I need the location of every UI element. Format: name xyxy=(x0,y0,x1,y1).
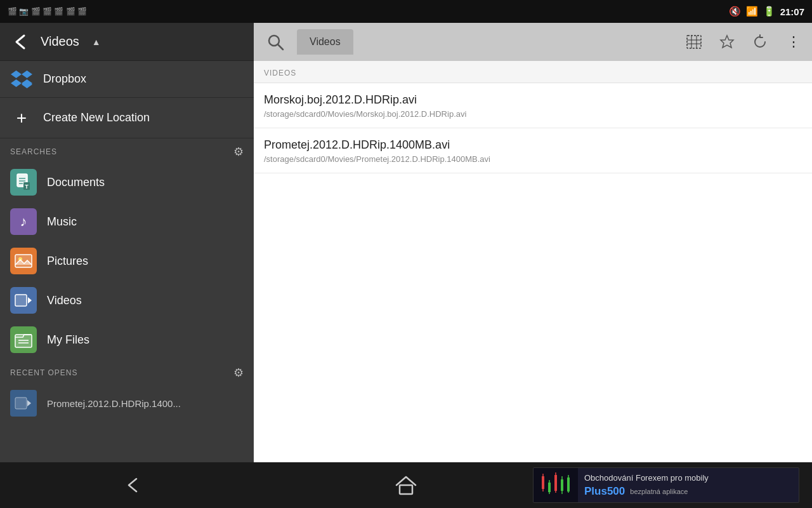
svg-text:T: T xyxy=(25,184,29,190)
sidebar: Videos ▲ Dropbox + Create New Location xyxy=(0,23,254,462)
svg-marker-1 xyxy=(22,70,32,78)
myfiles-icon xyxy=(10,326,37,353)
svg-rect-19 xyxy=(15,398,27,409)
ad-chart-image xyxy=(534,467,578,503)
svg-rect-14 xyxy=(15,295,27,306)
svg-rect-23 xyxy=(687,36,701,48)
video-item-morskoj[interactable]: Morskoj.boj.2012.D.HDRip.avi /storage/sd… xyxy=(254,83,812,128)
ad-brand: Plus500 xyxy=(584,485,625,498)
right-panel: Videos xyxy=(254,23,812,462)
dropbox-icon xyxy=(10,68,33,91)
svg-marker-20 xyxy=(27,400,31,406)
svg-rect-12 xyxy=(15,255,32,267)
recent-opens-label: RECENT OPENS xyxy=(10,368,77,377)
video-title-prometej: Prometej.2012.D.HDRip.1400MB.avi xyxy=(264,138,802,152)
music-icon: ♪ xyxy=(10,208,37,235)
music-label: Music xyxy=(47,215,77,229)
videos-icon xyxy=(10,287,37,314)
search-button[interactable] xyxy=(259,25,292,58)
sidebar-item-myfiles[interactable]: My Files xyxy=(0,320,254,359)
video-item-prometej[interactable]: Prometej.2012.D.HDRip.1400MB.avi /storag… xyxy=(254,128,812,173)
sidebar-toolbar: Videos ▲ xyxy=(0,23,254,61)
documents-icon: T xyxy=(10,169,37,196)
wifi-icon: 📶 xyxy=(746,6,758,17)
sidebar-title: Videos xyxy=(41,34,79,49)
dropbox-label: Dropbox xyxy=(43,72,86,86)
pictures-label: Pictures xyxy=(47,255,88,268)
back-button[interactable] xyxy=(10,32,30,52)
sidebar-item-documents[interactable]: T Documents xyxy=(0,163,254,202)
documents-label: Documents xyxy=(47,176,105,189)
recent-opens-gear-icon[interactable]: ⚙ xyxy=(233,366,244,380)
right-toolbar: Videos xyxy=(254,23,812,61)
sidebar-item-pictures[interactable]: Pictures xyxy=(0,241,254,281)
collapse-arrow-icon: ▲ xyxy=(92,37,101,47)
list-view-button[interactable] xyxy=(680,28,708,56)
video-title-morskoj: Morskoj.boj.2012.D.HDRip.avi xyxy=(264,93,802,107)
searches-section-header: SEARCHES ⚙ xyxy=(0,138,254,163)
videos-label: Videos xyxy=(47,294,82,307)
clock: 21:07 xyxy=(780,6,804,17)
create-new-location-item[interactable]: + Create New Location xyxy=(0,98,254,138)
video-path-prometej: /storage/sdcard0/Movies/Prometej.2012.D.… xyxy=(264,154,802,164)
favorites-button[interactable] xyxy=(713,28,741,56)
status-bar-right: 🔇 📶 🔋 21:07 xyxy=(729,6,804,17)
create-new-location-label: Create New Location xyxy=(43,111,150,124)
pictures-icon xyxy=(10,248,37,274)
ad-sub: bezplatná aplikace xyxy=(630,488,688,495)
refresh-button[interactable] xyxy=(746,28,774,56)
bottom-bar: Obchodování Forexem pro mobily Plus500 b… xyxy=(0,462,812,508)
videos-tab[interactable]: Videos xyxy=(297,29,353,55)
ad-banner[interactable]: Obchodování Forexem pro mobily Plus500 b… xyxy=(533,467,799,503)
videos-section-heading: VIDEOS xyxy=(254,61,812,83)
sidebar-item-videos[interactable]: Videos xyxy=(0,281,254,320)
svg-marker-28 xyxy=(721,36,733,48)
ad-title: Obchodování Forexem pro mobily xyxy=(584,472,792,484)
plus-icon: + xyxy=(10,108,33,128)
svg-marker-2 xyxy=(11,79,22,87)
recent-item-label: Prometej.2012.D.HDRip.1400... xyxy=(47,398,181,409)
recent-file-icon xyxy=(10,390,37,417)
home-nav-button[interactable] xyxy=(381,466,431,504)
svg-marker-4 xyxy=(22,81,32,88)
svg-marker-0 xyxy=(11,70,22,78)
ad-text-area: Obchodování Forexem pro mobily Plus500 b… xyxy=(578,470,799,500)
recent-opens-section-header: RECENT OPENS ⚙ xyxy=(0,359,254,384)
sidebar-item-music[interactable]: ♪ Music xyxy=(0,202,254,241)
status-bar: 🎬 📷 🎬 🎬 🎬 🎬 🎬 🔇 📶 🔋 21:07 xyxy=(0,0,812,23)
myfiles-label: My Files xyxy=(47,333,89,347)
searches-label: SEARCHES xyxy=(10,147,57,156)
back-nav-button[interactable] xyxy=(110,466,160,504)
svg-line-22 xyxy=(278,44,283,50)
video-path-morskoj: /storage/sdcard0/Movies/Morskoj.boj.2012… xyxy=(264,109,802,119)
status-bar-left: 🎬 📷 🎬 🎬 🎬 🎬 🎬 xyxy=(8,7,87,16)
searches-gear-icon[interactable]: ⚙ xyxy=(233,145,244,159)
notification-icons: 🎬 📷 🎬 🎬 🎬 🎬 🎬 xyxy=(8,7,87,16)
battery-icon: 🔋 xyxy=(763,6,775,17)
main-area: Videos ▲ Dropbox + Create New Location xyxy=(0,23,812,462)
recent-item-prometej[interactable]: Prometej.2012.D.HDRip.1400... xyxy=(0,384,254,423)
svg-marker-15 xyxy=(28,297,32,304)
svg-rect-29 xyxy=(400,485,412,494)
dropbox-item[interactable]: Dropbox xyxy=(0,61,254,98)
mute-icon: 🔇 xyxy=(729,6,741,17)
more-options-button[interactable]: ⋮ xyxy=(779,28,807,56)
